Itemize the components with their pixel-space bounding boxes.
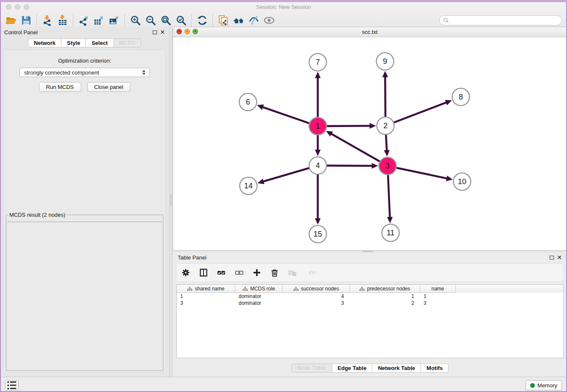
edge-3-1[interactable] — [331, 134, 380, 162]
tab-network-table[interactable]: Network Table — [372, 364, 421, 373]
cell-name[interactable]: 3 — [420, 300, 456, 306]
tab-motifs[interactable]: Motifs — [421, 364, 449, 373]
search-input[interactable] — [451, 17, 558, 24]
zoom-out-icon[interactable] — [143, 14, 158, 27]
table-toolbar: f(x) — [176, 263, 564, 282]
export-table-icon[interactable] — [91, 14, 107, 27]
tab-node-table[interactable]: Node Table — [291, 364, 332, 373]
hide-selected-icon[interactable] — [246, 14, 261, 27]
column-header-successor-nodes[interactable]: successor nodes — [283, 285, 350, 293]
zoom-in-icon[interactable] — [128, 14, 143, 27]
vertical-splitter[interactable] — [169, 27, 173, 377]
zoom-fit-icon[interactable] — [158, 14, 173, 27]
new-network-from-selection-icon[interactable] — [216, 14, 231, 27]
cell-successor-nodes[interactable]: 3 — [283, 300, 350, 306]
cell-shared-name[interactable]: 3 — [177, 300, 235, 306]
float-panel-icon[interactable] — [153, 30, 157, 34]
memory-status-icon — [530, 383, 535, 388]
network-graph-canvas[interactable]: 7968124314101511 — [173, 37, 567, 251]
export-network-icon[interactable] — [76, 14, 91, 27]
optimization-criterion-select[interactable]: strongly connected component — [19, 68, 150, 77]
cell-mcds-role[interactable]: dominator — [235, 293, 283, 300]
toolbar-separator — [36, 14, 37, 27]
table-row[interactable]: 3dominator323 — [177, 300, 563, 306]
float-panel-icon[interactable] — [550, 256, 554, 259]
node-label: 15 — [314, 230, 322, 238]
edge-2-8[interactable] — [394, 102, 447, 123]
column-label: successor nodes — [301, 286, 339, 292]
cell-name[interactable]: 1 — [420, 293, 456, 300]
save-session-icon[interactable] — [19, 14, 34, 27]
node-label: 3 — [385, 162, 390, 170]
edge-4-3[interactable] — [326, 166, 372, 166]
tab-select[interactable]: Select — [86, 39, 113, 47]
tab-style[interactable]: Style — [61, 39, 86, 47]
toolbar-separator — [73, 14, 74, 27]
node-label: 7 — [316, 58, 320, 66]
cell-predecessor-nodes[interactable]: 2 — [350, 300, 420, 306]
first-neighbors-icon[interactable] — [231, 14, 246, 27]
column-header-mcds-role[interactable]: MCDS role — [235, 285, 283, 293]
run-mcds-button[interactable]: Run MCDS — [39, 82, 81, 92]
node-label: 6 — [246, 98, 250, 106]
close-panel-icon[interactable]: ✕ — [557, 255, 562, 259]
window-top-accent — [0, 0, 567, 2]
main-toolbar — [3, 13, 277, 28]
table-panel: Table Panel ✕ f(x) shared nameMCDS roles… — [173, 252, 567, 377]
export-image-icon[interactable] — [107, 14, 122, 27]
arrowhead-icon — [257, 105, 264, 110]
arrowhead-icon — [372, 163, 378, 169]
table-row[interactable]: 1dominator411 — [177, 293, 563, 300]
add-column-icon[interactable] — [252, 268, 262, 278]
column-header-predecessor-nodes[interactable]: predecessor nodes — [350, 285, 420, 293]
close-panel-button[interactable]: Close panel — [87, 82, 131, 92]
control-panel-title: Control Panel — [4, 29, 38, 36]
edge-4-14[interactable] — [263, 168, 309, 182]
close-panel-icon[interactable]: ✕ — [160, 30, 165, 34]
table-header-row: shared nameMCDS rolesuccessor nodesprede… — [177, 285, 563, 293]
arrowhead-icon — [258, 179, 264, 184]
arrowhead-icon — [382, 71, 388, 77]
settings-icon[interactable] — [181, 268, 191, 278]
mcds-result-title: MCDS result (2 nodes) — [8, 212, 66, 218]
search-box[interactable] — [439, 15, 562, 25]
edge-3-11[interactable] — [388, 174, 390, 218]
node-label: 11 — [387, 229, 395, 237]
attribute-icon — [293, 287, 299, 291]
zoom-selected-icon[interactable] — [173, 14, 189, 27]
cell-predecessor-nodes[interactable]: 1 — [350, 293, 420, 300]
splitter-grip[interactable] — [170, 194, 172, 205]
apply-layout-icon[interactable] — [195, 14, 210, 27]
import-network-icon[interactable] — [40, 14, 55, 27]
open-file-icon[interactable] — [3, 14, 19, 27]
cell-mcds-role[interactable]: dominator — [235, 300, 283, 306]
tab-mcds[interactable]: MCDS — [114, 39, 141, 47]
memory-button[interactable]: Memory — [526, 380, 562, 390]
list-icon — [6, 379, 18, 392]
select-all-icon[interactable] — [216, 268, 226, 278]
clear-selection-icon[interactable] — [234, 268, 244, 278]
show-all-icon[interactable] — [261, 14, 277, 27]
task-history-button[interactable] — [5, 380, 19, 390]
edge-2-9[interactable] — [385, 76, 385, 117]
network-view-window: × − + scc.txt 7968124314101511 — [173, 27, 567, 251]
edge-1-2[interactable] — [326, 126, 370, 126]
optimization-criterion-value: strongly connected component — [24, 69, 140, 76]
import-table-icon[interactable] — [55, 14, 70, 27]
split-columns-icon[interactable] — [198, 268, 209, 278]
cell-successor-nodes[interactable]: 4 — [283, 293, 350, 300]
column-header-name[interactable]: name — [420, 285, 456, 293]
column-header-filler — [456, 285, 563, 293]
mcds-result-item: 1 — [8, 222, 162, 222]
edge-2-3[interactable] — [386, 134, 387, 151]
attribute-icon — [359, 287, 365, 291]
delete-column-icon[interactable] — [270, 268, 280, 278]
column-header-shared-name[interactable]: shared name — [177, 285, 235, 293]
edge-1-6[interactable] — [262, 107, 310, 124]
edge-3-10[interactable] — [396, 168, 447, 178]
tab-network[interactable]: Network — [28, 39, 61, 47]
mcds-result-list[interactable]: 13 — [7, 221, 162, 222]
cell-shared-name[interactable]: 1 — [177, 293, 235, 300]
window-title: Session: New Session — [0, 4, 567, 10]
tab-edge-table[interactable]: Edge Table — [332, 364, 372, 373]
